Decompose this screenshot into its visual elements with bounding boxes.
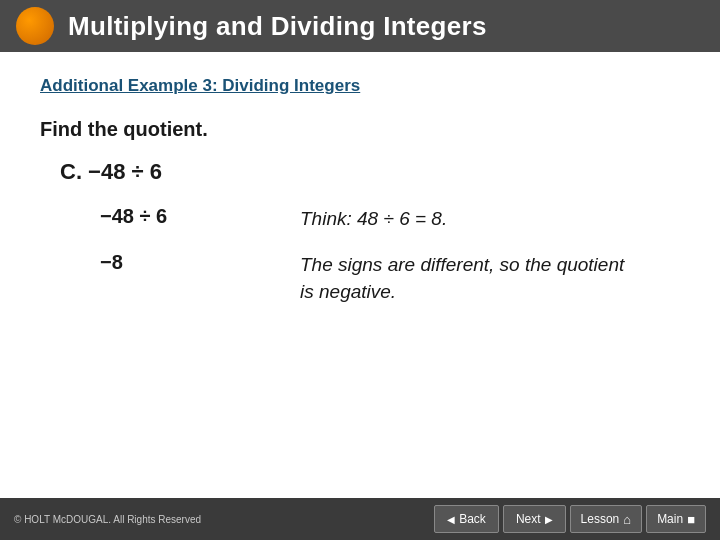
find-text: Find the quotient.: [40, 118, 680, 141]
back-arrow-icon: ◀: [447, 514, 455, 525]
footer: © HOLT McDOUGAL. All Rights Reserved ◀ B…: [0, 498, 720, 540]
step-row-1: −48 ÷ 6 Think: 48 ÷ 6 = 8.: [100, 205, 680, 233]
steps-table: −48 ÷ 6 Think: 48 ÷ 6 = 8. −8 The signs …: [100, 205, 680, 306]
header-circle-icon: [16, 7, 54, 45]
step-1-left: −48 ÷ 6: [100, 205, 300, 228]
step-1-right: Think: 48 ÷ 6 = 8.: [300, 205, 447, 233]
main-content: Additional Example 3: Dividing Integers …: [0, 52, 720, 322]
problem-label: C. −48 ÷ 6: [60, 159, 680, 185]
back-label: Back: [459, 512, 486, 526]
lesson-button[interactable]: Lesson ⌂: [570, 505, 643, 533]
back-button[interactable]: ◀ Back: [434, 505, 499, 533]
main-grid-icon: ■: [687, 512, 695, 527]
step-row-2: −8 The signs are different, so the quoti…: [100, 251, 680, 306]
next-label: Next: [516, 512, 541, 526]
lesson-home-icon: ⌂: [623, 512, 631, 527]
main-label: Main: [657, 512, 683, 526]
header: Multiplying and Dividing Integers: [0, 0, 720, 52]
copyright-text: © HOLT McDOUGAL. All Rights Reserved: [14, 514, 201, 525]
lesson-label: Lesson: [581, 512, 620, 526]
subtitle: Additional Example 3: Dividing Integers: [40, 76, 680, 96]
main-button[interactable]: Main ■: [646, 505, 706, 533]
next-button[interactable]: Next ▶: [503, 505, 566, 533]
footer-buttons: ◀ Back Next ▶ Lesson ⌂ Main ■: [434, 505, 706, 533]
step-2-left: −8: [100, 251, 300, 274]
next-arrow-icon: ▶: [545, 514, 553, 525]
step-2-right: The signs are different, so the quotient…: [300, 251, 640, 306]
header-title: Multiplying and Dividing Integers: [68, 11, 487, 42]
